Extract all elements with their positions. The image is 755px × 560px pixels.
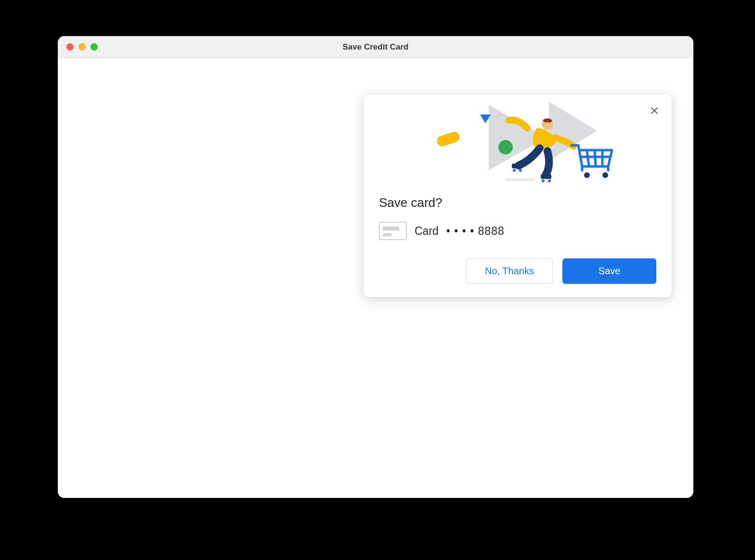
shopping-skater-illustration xyxy=(364,94,672,191)
dialog-actions: No, Thanks Save xyxy=(364,258,672,284)
svg-point-19 xyxy=(584,172,590,178)
dialog-title: Save card? xyxy=(379,195,656,210)
svg-point-8 xyxy=(513,169,516,172)
svg-point-4 xyxy=(498,140,513,154)
save-button[interactable]: Save xyxy=(562,258,656,284)
window-controls xyxy=(66,43,98,51)
window-body: Save card? Card • • • • 8888 No, Thanks … xyxy=(58,58,693,498)
card-masked-number: • • • • 8888 xyxy=(446,225,505,238)
save-card-dialog: Save card? Card • • • • 8888 No, Thanks … xyxy=(364,94,672,297)
svg-marker-1 xyxy=(549,102,597,161)
window-title: Save Credit Card xyxy=(58,42,693,52)
svg-line-16 xyxy=(595,151,596,165)
svg-rect-10 xyxy=(541,174,551,179)
app-window: Save Credit Card xyxy=(58,36,693,498)
svg-rect-3 xyxy=(436,130,461,148)
card-last4: 8888 xyxy=(478,225,505,237)
fullscreen-window-button[interactable] xyxy=(91,43,98,51)
svg-point-9 xyxy=(519,169,522,172)
svg-point-12 xyxy=(548,179,551,182)
credit-card-icon xyxy=(379,222,407,240)
minimize-window-button[interactable] xyxy=(78,43,86,51)
card-mask-dots: • • • • xyxy=(446,225,474,237)
svg-line-15 xyxy=(587,151,589,165)
svg-point-20 xyxy=(602,172,608,178)
card-label: Card xyxy=(415,225,439,238)
svg-rect-5 xyxy=(506,178,534,181)
svg-rect-7 xyxy=(512,164,522,168)
close-window-button[interactable] xyxy=(66,43,74,51)
svg-point-11 xyxy=(542,179,545,182)
titlebar: Save Credit Card xyxy=(58,36,693,58)
no-thanks-button[interactable]: No, Thanks xyxy=(466,258,553,284)
card-info-row: Card • • • • 8888 xyxy=(379,222,656,240)
